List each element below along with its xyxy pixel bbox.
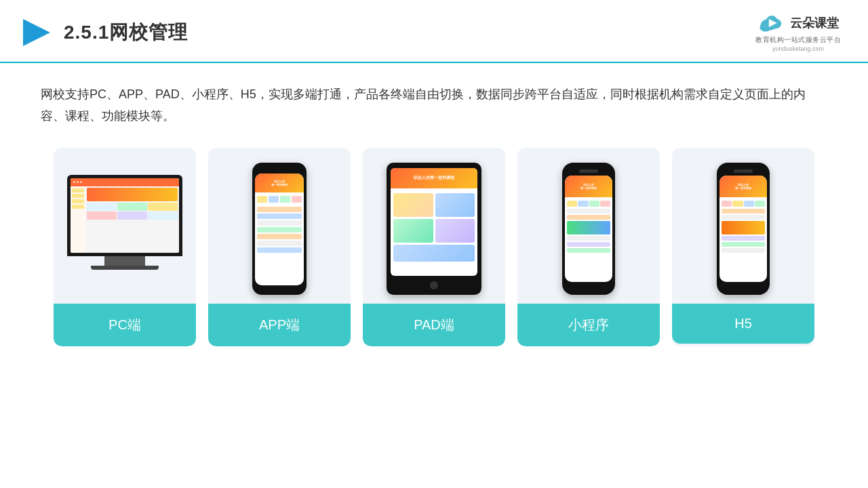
miniprogram-phone-icon: 职达人的第一堂判课程 <box>562 163 615 295</box>
card-miniprogram: 职达人的第一堂判课程 <box>517 148 660 346</box>
card-h5-label: H5 <box>672 304 814 344</box>
card-app-label: APP端 <box>208 304 351 346</box>
header: 2.5.1网校管理 云朵课堂 教育机构一站式服务云平台 yunduoketang… <box>0 0 868 63</box>
svg-marker-0 <box>23 19 50 46</box>
cloud-logo-icon <box>757 12 786 34</box>
logo-url: yunduoketang.com <box>772 45 824 52</box>
card-miniprogram-label: 小程序 <box>517 304 660 346</box>
card-h5: 职达人的第一堂判课程 <box>672 148 814 346</box>
card-pad: 职达人的第一堂判课程 PAD端 <box>363 148 505 346</box>
description-text: 网校支持PC、APP、PAD、小程序、H5，实现多端打通，产品各终端自由切换，数… <box>41 83 827 127</box>
card-pad-label: PAD端 <box>363 304 505 346</box>
card-app-image: 职达人的第一堂判课程 <box>208 148 351 304</box>
logo-name: 云朵课堂 <box>790 15 839 31</box>
logo-cloud: 云朵课堂 <box>757 12 839 34</box>
card-pc-label: PC端 <box>54 304 196 346</box>
pc-monitor-icon <box>67 175 182 283</box>
card-miniprogram-image: 职达人的第一堂判课程 <box>517 148 660 304</box>
page-title: 2.5.1网校管理 <box>64 20 188 45</box>
card-app: 职达人的第一堂判课程 <box>208 148 351 346</box>
app-phone-icon: 职达人的第一堂判课程 <box>252 163 307 295</box>
card-pad-image: 职达人的第一堂判课程 <box>363 148 505 304</box>
header-left: 2.5.1网校管理 <box>20 16 188 49</box>
main-content: 网校支持PC、APP、PAD、小程序、H5，实现多端打通，产品各终端自由切换，数… <box>0 63 868 360</box>
cards-section: PC端 职达人的第一堂判课程 <box>41 148 827 346</box>
logo-tagline: 教育机构一站式服务云平台 <box>755 35 841 45</box>
card-h5-image: 职达人的第一堂判课程 <box>672 148 814 304</box>
card-pc: PC端 <box>54 148 196 346</box>
h5-phone-icon: 职达人的第一堂判课程 <box>717 163 770 295</box>
play-icon <box>20 16 53 49</box>
card-pc-image <box>54 148 196 304</box>
pad-tablet-icon: 职达人的第一堂判课程 <box>387 163 481 295</box>
logo-area: 云朵课堂 教育机构一站式服务云平台 yunduoketang.com <box>755 12 841 52</box>
